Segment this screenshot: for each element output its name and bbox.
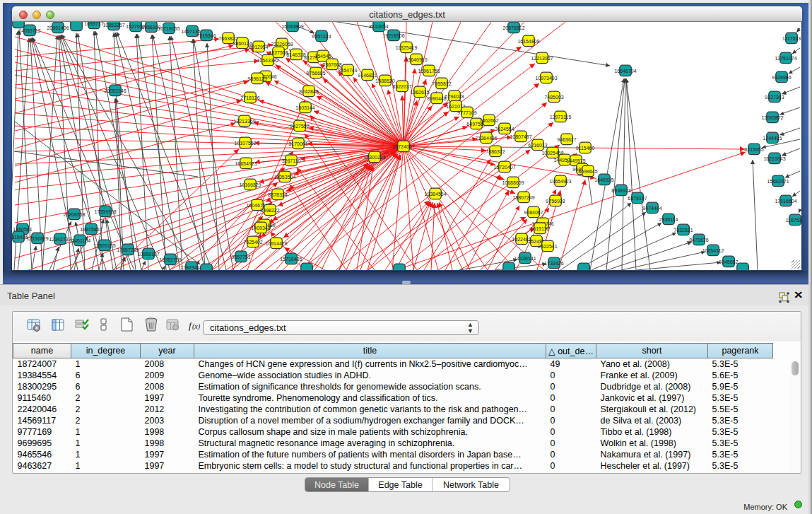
svg-text:7663822: 7663822 <box>218 36 237 41</box>
svg-text:8215955: 8215955 <box>744 147 763 152</box>
svg-text:16648794: 16648794 <box>614 69 636 74</box>
svg-text:13751074: 13751074 <box>775 56 796 61</box>
svg-text:7515546: 7515546 <box>196 33 216 38</box>
svg-text:6216013: 6216013 <box>528 143 547 148</box>
svg-text:17359928: 17359928 <box>94 209 116 214</box>
svg-text:9474444: 9474444 <box>642 206 661 211</box>
svg-text:1117533: 1117533 <box>782 36 801 41</box>
svg-text:20691406: 20691406 <box>47 25 69 30</box>
svg-text:8454749: 8454749 <box>338 68 357 73</box>
svg-text:10807487: 10807487 <box>510 134 531 139</box>
svg-text:11451194: 11451194 <box>69 238 90 243</box>
svg-text:8938923: 8938923 <box>611 188 630 193</box>
svg-text:7462662: 7462662 <box>479 118 498 123</box>
svg-text:7955812: 7955812 <box>432 81 451 86</box>
svg-text:12923446: 12923446 <box>180 265 202 270</box>
svg-text:7485003: 7485003 <box>544 95 563 100</box>
svg-text:12973115: 12973115 <box>550 115 572 119</box>
svg-text:7886372: 7886372 <box>486 149 505 154</box>
svg-text:1827508: 1827508 <box>269 50 288 55</box>
svg-text:12505135: 12505135 <box>93 243 115 248</box>
svg-text:21364436: 21364436 <box>475 136 497 141</box>
svg-text:2522541: 2522541 <box>538 244 557 249</box>
svg-text:7632621: 7632621 <box>673 228 693 233</box>
svg-text:154546: 154546 <box>314 54 331 59</box>
svg-text:13640910: 13640910 <box>405 57 427 62</box>
svg-text:26206558: 26206558 <box>63 212 85 217</box>
svg-text:8699645: 8699645 <box>578 169 597 174</box>
svg-text:15716485: 15716485 <box>280 257 302 262</box>
svg-text:3624554: 3624554 <box>495 127 514 132</box>
svg-text:23226058: 23226058 <box>271 42 293 47</box>
svg-text:9245652: 9245652 <box>719 259 738 264</box>
svg-text:1640935: 1640935 <box>594 177 613 182</box>
svg-text:3267110: 3267110 <box>282 158 301 163</box>
svg-text:19166829: 19166829 <box>239 182 261 187</box>
svg-text:1588520: 1588520 <box>375 78 394 83</box>
svg-text:17016504: 17016504 <box>775 199 796 204</box>
svg-text:19654923: 19654923 <box>235 161 257 166</box>
svg-text:1244415: 1244415 <box>763 136 782 141</box>
svg-text:19654923: 19654923 <box>549 179 571 184</box>
svg-text:6879197: 6879197 <box>628 196 647 201</box>
svg-text:7625402: 7625402 <box>243 240 262 245</box>
svg-text:17957225: 17957225 <box>117 247 139 252</box>
svg-text:8990448: 8990448 <box>427 96 446 101</box>
svg-text:9357224: 9357224 <box>312 34 331 39</box>
svg-text:8471676: 8471676 <box>689 238 708 243</box>
svg-text:14136141: 14136141 <box>514 256 536 261</box>
svg-text:8322037: 8322037 <box>392 84 411 89</box>
svg-text:11353594: 11353594 <box>274 175 296 180</box>
svg-text:10654112: 10654112 <box>702 248 724 253</box>
svg-text:1615132: 1615132 <box>530 226 549 231</box>
svg-text:8756685: 8756685 <box>306 71 325 76</box>
svg-text:10107552: 10107552 <box>234 141 256 146</box>
svg-text:3170061: 3170061 <box>288 141 307 146</box>
svg-text:10853267: 10853267 <box>102 23 124 28</box>
svg-text:2367608: 2367608 <box>322 62 341 67</box>
svg-text:1449575: 1449575 <box>566 158 585 163</box>
svg-text:10719155: 10719155 <box>158 26 180 31</box>
svg-text:1409348: 1409348 <box>251 226 270 230</box>
svg-text:9115460: 9115460 <box>576 146 595 151</box>
svg-text:10543382: 10543382 <box>257 58 278 63</box>
svg-text:9427552: 9427552 <box>290 124 309 129</box>
svg-text:9084067: 9084067 <box>524 210 543 215</box>
svg-text:9227343: 9227343 <box>765 95 784 100</box>
svg-text:16961758: 16961758 <box>418 69 440 74</box>
svg-text:20876812: 20876812 <box>502 25 524 30</box>
svg-text:19218506: 19218506 <box>382 33 404 38</box>
svg-text:10958107: 10958107 <box>137 252 159 257</box>
svg-text:9896123: 9896123 <box>247 76 266 81</box>
svg-text:12093872: 12093872 <box>761 115 783 120</box>
svg-text:18724007: 18724007 <box>392 144 414 149</box>
svg-text:10688609: 10688609 <box>502 180 524 185</box>
svg-text:1522481: 1522481 <box>512 237 531 242</box>
svg-text:8146328: 8146328 <box>286 52 305 57</box>
svg-text:16782759: 16782759 <box>159 257 181 262</box>
svg-text:15720407: 15720407 <box>493 165 515 170</box>
svg-text:18300295: 18300295 <box>363 155 385 160</box>
svg-text:16033809: 16033809 <box>281 24 303 29</box>
svg-text:8878334: 8878334 <box>268 192 287 197</box>
svg-text:1733426: 1733426 <box>544 261 563 266</box>
svg-text:12156829: 12156829 <box>26 236 48 241</box>
svg-text:6794028: 6794028 <box>445 94 464 99</box>
svg-text:8912954: 8912954 <box>249 45 268 49</box>
svg-text:9146821: 9146821 <box>358 73 377 78</box>
svg-text:12213967: 12213967 <box>531 56 553 61</box>
svg-text:9857751: 9857751 <box>231 255 250 259</box>
svg-text:12213369: 12213369 <box>233 119 255 124</box>
svg-text:8498222: 8498222 <box>260 208 279 213</box>
svg-text:1803144: 1803144 <box>295 105 314 110</box>
svg-text:2935114: 2935114 <box>659 217 678 222</box>
svg-text:15692971: 15692971 <box>767 179 789 184</box>
svg-text:10973493: 10973493 <box>535 76 557 81</box>
svg-text:8813054: 8813054 <box>369 24 388 29</box>
svg-text:20053346: 20053346 <box>104 88 126 93</box>
svg-text:19384554: 19384554 <box>424 192 446 197</box>
svg-text:9329966: 9329966 <box>772 75 791 80</box>
svg-text:14055712: 14055712 <box>18 28 40 33</box>
svg-text:16154808: 16154808 <box>517 39 539 44</box>
svg-text:2718126: 2718126 <box>240 95 259 100</box>
